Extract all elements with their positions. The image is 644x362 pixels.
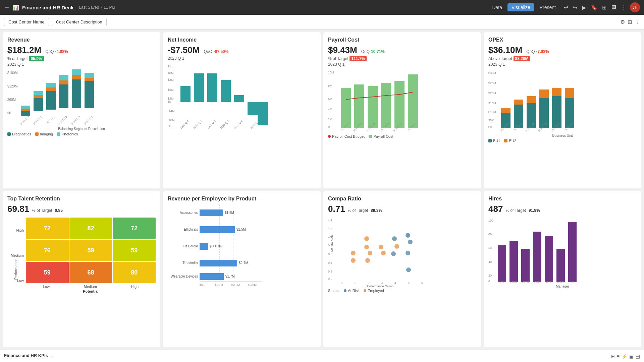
svg-rect-58 (354, 84, 364, 128)
more-button[interactable]: ⋮ (620, 3, 628, 12)
filterbar: Cost Center Name Cost Center Description… (0, 15, 644, 29)
svg-text:10M: 10M (328, 71, 334, 74)
svg-text:2022 Q 4: 2022 Q 4 (233, 119, 243, 129)
more-icon[interactable]: ⋮ (635, 19, 640, 25)
opex-target-label: Above Target (488, 56, 512, 61)
payroll-cost-label: Payroll Cost (373, 134, 393, 138)
svg-text:Ring: Ring (511, 283, 516, 284)
svg-point-139 (381, 251, 386, 255)
compa-metric: 0.71 (328, 204, 345, 214)
opex-card: OPEX $36.10M QoQ -7.08% Above Target $3.… (484, 32, 641, 188)
grid-icon[interactable]: ⊞ (628, 19, 632, 25)
svg-rect-13 (59, 84, 68, 108)
undo-button[interactable]: ↩ (562, 3, 570, 12)
compa-target-val: 89.3% (371, 208, 382, 213)
svg-rect-87 (565, 88, 574, 98)
cost-center-desc-filter[interactable]: Cost Center Description (52, 18, 107, 26)
nav-bar: Data Visualize Present (488, 3, 560, 11)
svg-rect-57 (341, 88, 351, 128)
svg-rect-39 (194, 73, 204, 102)
svg-text:Carrie: Carrie (510, 280, 517, 283)
revenue-qoq-label: QoQ (45, 49, 54, 54)
payroll-legend: Payroll Cost Budget Payroll Cost (328, 134, 476, 138)
talent-cell-0-1: 82 (69, 218, 112, 239)
avatar[interactable]: JH (630, 2, 640, 12)
svg-text:0.0: 0.0 (328, 277, 332, 281)
bookmark-button[interactable]: 🔖 (589, 3, 599, 12)
talent-card: Top Talent Retention 69.81 % of Target 0… (3, 191, 160, 347)
svg-rect-160 (556, 249, 565, 282)
svg-text:$1.7M: $1.7M (225, 275, 235, 278)
tab-bolt-icon[interactable]: ⚡ (622, 354, 627, 359)
tab-label[interactable]: Finance and HR KPIs (4, 353, 48, 359)
svg-rect-85 (552, 88, 561, 96)
svg-text:2021 Q 4: 2021 Q 4 (179, 119, 190, 129)
svg-text:60: 60 (488, 246, 492, 250)
svg-text:-$8M: -$8M (168, 118, 175, 122)
tab-grid-icon[interactable]: ⊞ (611, 354, 615, 359)
svg-text:1: 1 (354, 281, 356, 285)
net-income-qoq-val: -87.50% (214, 49, 229, 54)
svg-text:$0: $0 (7, 111, 11, 115)
svg-rect-79 (514, 100, 523, 105)
net-income-metric: -$7.50M (168, 45, 200, 55)
svg-rect-97 (200, 209, 223, 216)
filter-icon[interactable]: ⚙ (620, 19, 625, 25)
svg-rect-20 (85, 78, 94, 81)
talent-y-high: High (16, 228, 24, 232)
play-button[interactable]: ▶ (581, 3, 587, 12)
svg-text:2022 Q 1: 2022 Q 1 (193, 119, 203, 129)
compa-legend: Status At Risk Employed (328, 289, 476, 293)
svg-text:-$4M: -$4M (168, 109, 175, 113)
talent-y-medium: Medium (11, 253, 24, 257)
svg-text:4M: 4M (328, 108, 332, 111)
svg-point-140 (392, 236, 397, 241)
talent-x-low: Low (43, 285, 50, 289)
revenue-period: 2023 Q 1 (7, 62, 156, 67)
tab-layout-icon[interactable]: ▣ (629, 354, 634, 359)
image-button[interactable]: 🖼 (610, 3, 618, 12)
svg-text:20: 20 (488, 274, 492, 277)
svg-rect-106 (200, 260, 237, 266)
svg-text:Accessories: Accessories (180, 211, 198, 215)
svg-text:$1.5M: $1.5M (225, 211, 234, 215)
tab-filter-icon[interactable]: ≡ (617, 354, 620, 359)
svg-text:100: 100 (488, 219, 493, 222)
svg-text:0.4: 0.4 (328, 261, 332, 264)
tab-add-button[interactable]: + (51, 353, 54, 359)
tab-layout2-icon[interactable]: ▤ (636, 354, 640, 359)
net-income-card: Net Income -$7.50M QoQ -87.50% 2023 Q 1 … (163, 32, 321, 188)
redo-button[interactable]: ↪ (572, 3, 579, 12)
layout-button[interactable]: ⊞ (601, 3, 608, 12)
net-income-qoq-label: QoQ (204, 49, 212, 54)
svg-point-135 (364, 245, 369, 249)
opex-period: 2023 Q 1 (488, 62, 637, 67)
nav-visualize[interactable]: Visualize (507, 3, 534, 11)
svg-text:$500.0K: $500.0K (210, 244, 222, 248)
talent-x-labels: Low Medium High (26, 285, 156, 289)
tab-icons: ⊞ ≡ ⚡ ▣ ▤ (611, 354, 640, 359)
svg-rect-43 (248, 102, 258, 115)
svg-rect-16 (72, 79, 81, 108)
svg-text:5: 5 (408, 281, 410, 285)
hires-target-label: % of Target (505, 208, 526, 213)
svg-text:$3.0M: $3.0M (248, 283, 257, 287)
svg-text:Performance Rating: Performance Rating (367, 285, 393, 287)
compa-at-risk-label: At Risk (348, 289, 360, 293)
svg-rect-155 (498, 245, 506, 282)
legend-imaging: Imaging (40, 132, 53, 136)
cost-center-name-filter[interactable]: Cost Center Name (4, 18, 49, 26)
svg-text:$2M: $2M (168, 97, 174, 100)
svg-rect-4 (21, 111, 30, 116)
svg-text:$0.0: $0.0 (200, 283, 206, 287)
revenue-card: Revenue $181.2M QoQ -4.08% % of Target 9… (3, 32, 160, 188)
svg-point-133 (351, 258, 356, 263)
talent-cell-2-0: 59 (26, 262, 69, 283)
nav-data[interactable]: Data (488, 3, 506, 11)
svg-text:4: 4 (394, 281, 396, 285)
nav-present[interactable]: Present (536, 3, 560, 11)
back-button[interactable]: ← (4, 4, 10, 11)
svg-point-142 (391, 251, 396, 256)
svg-text:$20M: $20M (488, 92, 496, 95)
svg-text:Ellipticals: Ellipticals (184, 228, 198, 231)
